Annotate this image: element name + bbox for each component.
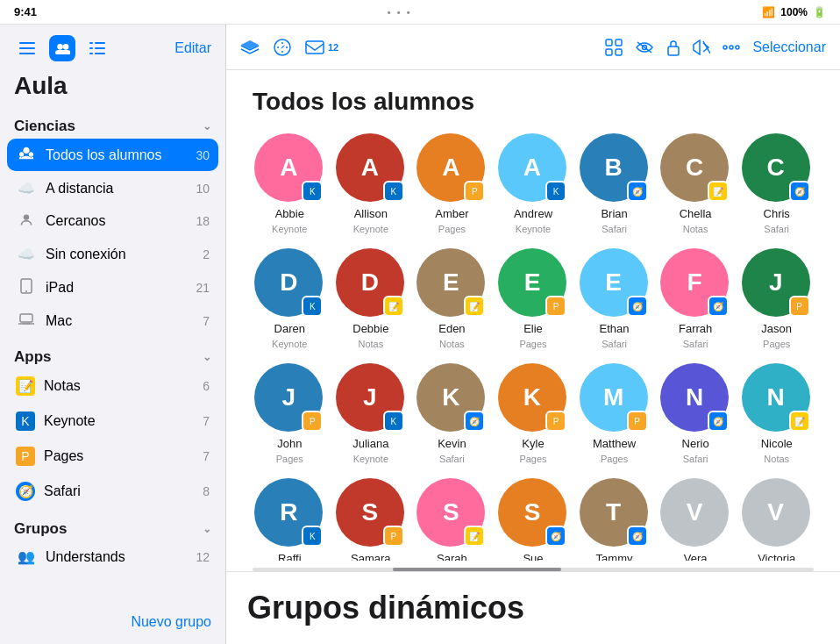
student-nerio[interactable]: N🧭NerioSafari (658, 363, 733, 464)
sidebar-item-notas[interactable]: 📝 Notas 6 (7, 369, 218, 403)
app-badge: 📝 (383, 296, 404, 317)
avatar-container: MP (580, 363, 650, 433)
sidebar-item-sinconexion[interactable]: ☁️ Sin conexión 2 (7, 239, 218, 269)
eye-button[interactable] (635, 40, 654, 54)
distancia-count: 10 (196, 182, 210, 196)
sidebar-item-mac[interactable]: Mac 7 (7, 306, 218, 336)
svg-point-13 (24, 214, 29, 219)
mute-button[interactable] (693, 39, 710, 55)
status-bar-right: 📶 100% 🔋 (762, 6, 826, 18)
sidebar-item-safari[interactable]: 🧭 Safari 8 (7, 475, 218, 508)
student-brian[interactable]: B🧭BrianSafari (577, 133, 651, 234)
bottom-title: Grupos dinámicos (247, 590, 819, 626)
student-tammy[interactable]: T🧭TammySafari (577, 478, 651, 561)
mail-container[interactable]: 12 (305, 40, 338, 54)
svg-point-28 (730, 46, 733, 49)
ipad-label: iPad (46, 280, 187, 296)
student-chella[interactable]: C📝ChellaNotas (658, 133, 733, 234)
student-samara[interactable]: SPSamaraPages (334, 478, 409, 561)
student-juliana[interactable]: JKJulianaKeynote (334, 363, 409, 464)
new-group-button[interactable]: Nuevo grupo (131, 614, 211, 630)
student-matthew[interactable]: MPMatthewPages (577, 363, 651, 464)
app-badge: P (302, 411, 323, 432)
avatar: V (660, 478, 729, 547)
app-badge: P (464, 181, 485, 202)
student-daren[interactable]: DKDarenKeynote (253, 248, 327, 349)
list-icon[interactable] (84, 35, 110, 61)
student-name: Sarah (437, 552, 467, 561)
sidebar-toggle-icon[interactable] (14, 35, 40, 61)
grid-button[interactable] (605, 39, 623, 56)
student-app: Keynote (516, 224, 551, 234)
section-ciencias-label: Ciencias (14, 118, 75, 135)
section-ciencias[interactable]: Ciencias ⌄ (7, 107, 218, 139)
battery-level: 100% (780, 6, 808, 18)
student-abbie[interactable]: AKAbbieKeynote (253, 133, 327, 234)
edit-button[interactable]: Editar (174, 40, 211, 56)
lock-button[interactable] (666, 39, 680, 56)
select-button[interactable]: Seleccionar (752, 39, 826, 55)
student-name: Nicole (761, 437, 793, 450)
student-name: Abbie (275, 207, 304, 220)
student-raffi[interactable]: RKRaffiKeynote (253, 478, 327, 561)
pages-count: 7 (203, 449, 210, 463)
student-debbie[interactable]: D📝DebbieNotas (334, 248, 409, 349)
compass-button[interactable] (274, 39, 291, 56)
svg-rect-1 (19, 47, 35, 49)
student-jason[interactable]: JPJasonPages (739, 248, 814, 349)
section-apps[interactable]: Apps ⌄ (7, 338, 218, 369)
student-app: Keynote (272, 224, 307, 234)
student-farrah[interactable]: F🧭FarrahSafari (658, 248, 733, 349)
student-kevin[interactable]: K🧭KevinSafari (415, 363, 489, 464)
notas-icon: 📝 (16, 376, 35, 396)
student-nicole[interactable]: N📝NicoleNotas (739, 363, 814, 464)
student-chris[interactable]: C🧭ChrisSafari (739, 133, 814, 234)
students-grid: AKAbbieKeynoteAKAllisonKeynoteAPAmberPag… (253, 133, 814, 561)
sinconexion-count: 2 (203, 247, 210, 261)
avatar-container: C📝 (660, 133, 730, 204)
app-badge: 🧭 (627, 181, 648, 202)
battery-icon: 🔋 (813, 6, 826, 18)
student-name: John (277, 437, 302, 450)
student-app: Safari (683, 339, 708, 349)
avatar-container: KP (498, 363, 568, 433)
students-icon[interactable] (49, 35, 75, 61)
sidebar-item-distancia[interactable]: ☁️ A distancia 10 (7, 173, 218, 204)
status-bar-left: 9:41 (14, 5, 37, 18)
student-andrew[interactable]: AKAndrewKeynote (496, 133, 571, 234)
student-elie[interactable]: EPEliePages (496, 248, 571, 349)
avatar-container: C🧭 (742, 133, 812, 204)
student-amber[interactable]: APAmberPages (415, 133, 489, 234)
app-badge: P (383, 526, 404, 547)
svg-rect-22 (616, 49, 622, 55)
safari-count: 8 (203, 484, 210, 498)
student-john[interactable]: JPJohnPages (253, 363, 327, 464)
student-sarah[interactable]: S📝SarahNotas (415, 478, 489, 561)
sidebar-item-pages[interactable]: P Pages 7 (7, 440, 218, 473)
app-badge: 📝 (708, 181, 729, 202)
student-app: Notas (683, 224, 708, 234)
mail-button[interactable] (305, 40, 324, 54)
student-kyle[interactable]: KPKylePages (496, 363, 571, 464)
student-victoria[interactable]: VVictoriaSin conexión (739, 478, 814, 561)
sidebar-item-keynote[interactable]: K Keynote 7 (7, 404, 218, 438)
student-sue[interactable]: S🧭SueSafari (496, 478, 571, 561)
more-button[interactable] (723, 45, 740, 50)
student-ethan[interactable]: E🧭EthanSafari (577, 248, 651, 349)
student-app: Pages (276, 454, 303, 464)
svg-rect-8 (95, 42, 105, 44)
student-name: Ethan (600, 322, 630, 335)
avatar-container: N🧭 (660, 363, 730, 433)
sidebar-item-todos[interactable]: Todos los alumnos 30 (7, 139, 218, 171)
student-eden[interactable]: E📝EdenNotas (415, 248, 489, 349)
section-grupos[interactable]: Grupos ⌄ (7, 510, 218, 541)
student-vera[interactable]: VVeraSin conexión (658, 478, 733, 561)
sidebar-item-ipad[interactable]: iPad 21 (7, 271, 218, 304)
layers-button[interactable] (240, 39, 260, 55)
student-allison[interactable]: AKAllisonKeynote (334, 133, 409, 234)
sidebar-item-understands[interactable]: 👥 Understands 12 (7, 541, 218, 572)
app-badge: K (545, 181, 566, 202)
svg-point-3 (57, 44, 63, 50)
student-name: Juliana (352, 437, 388, 450)
sidebar-item-cercanos[interactable]: Cercanos 18 (7, 205, 218, 237)
